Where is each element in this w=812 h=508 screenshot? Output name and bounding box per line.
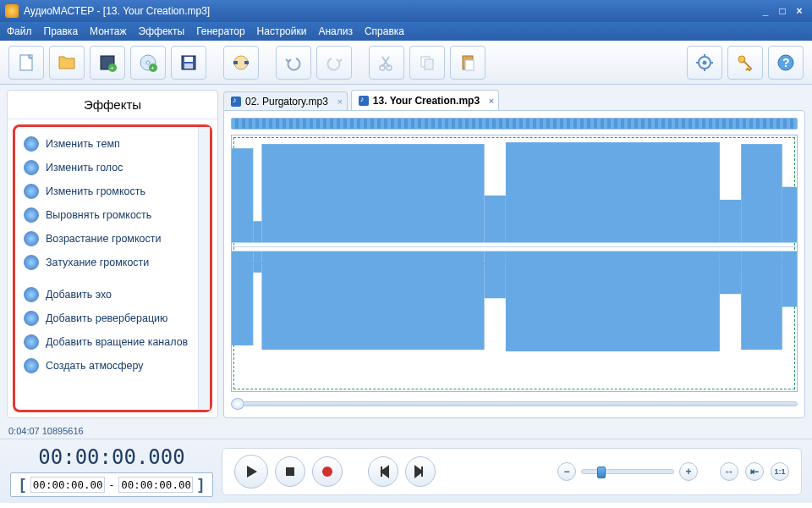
bracket-open: [ [20,476,25,494]
tab-label: 13. Your Creation.mp3 [373,95,480,107]
menu-file[interactable]: Файл [7,25,32,37]
svg-rect-33 [506,142,720,242]
import-cd-button[interactable]: + [130,46,166,80]
menu-edit[interactable]: Правка [44,25,79,37]
tab-close-icon[interactable]: × [489,96,494,106]
toolbar: + + ? [0,41,812,85]
horizontal-scrollbar[interactable] [231,397,798,411]
open-file-button[interactable] [49,46,85,80]
fx-label: Затухание громкости [46,257,149,268]
svg-point-5 [146,61,150,64]
window-title: АудиоМАСТЕР - [13. Your Creation.mp3] [24,5,756,17]
svg-rect-12 [233,61,238,64]
range-dash: - [110,478,113,491]
fx-fade-out[interactable]: Затухание громкости [17,251,196,274]
svg-rect-40 [485,251,506,299]
minimize-button[interactable]: _ [758,4,773,18]
overview-strip[interactable] [231,118,798,130]
fx-fade-in[interactable]: Возрастание громкости [17,227,196,251]
transport-controls: − + ↔ ⇤ 1:1 [222,448,802,495]
menu-analysis[interactable]: Анализ [318,25,353,37]
svg-rect-34 [720,200,741,243]
svg-text:+: + [110,64,114,72]
help-button[interactable]: ? [768,46,804,80]
join-files-button[interactable] [223,46,259,80]
svg-rect-35 [741,144,782,242]
paste-button[interactable] [450,46,486,80]
bottom-bar: 00:00:00.000 [ - ] − + ↔ ⇤ 1:1 [0,439,812,503]
effects-highlight-box: Изменить темп Изменить голос Изменить гр… [13,124,212,412]
fx-add-echo[interactable]: Добавить эхо [17,283,196,306]
menu-montage[interactable]: Монтаж [90,25,127,37]
import-video-button[interactable]: + [90,46,125,80]
svg-rect-37 [232,251,253,345]
speaker-icon [24,184,39,199]
fx-label: Изменить темп [46,138,120,150]
svg-rect-19 [465,60,474,70]
svg-rect-36 [782,187,797,243]
close-button[interactable]: × [792,4,807,18]
stop-button[interactable] [275,456,305,487]
prev-button[interactable] [368,456,398,487]
zoom-1to1-button[interactable]: 1:1 [771,462,789,481]
svg-rect-41 [506,251,720,351]
selection-end-input[interactable] [118,477,193,493]
zoom-in-button[interactable]: + [679,462,698,481]
wave-editor [223,110,805,418]
save-button[interactable] [171,46,206,80]
fadeout-icon [24,255,39,270]
svg-rect-39 [261,251,484,350]
next-button[interactable] [405,456,436,487]
scroll-track[interactable] [243,401,798,406]
redo-button[interactable] [316,46,352,80]
zoom-slider[interactable] [581,469,674,474]
editor-main: 02. Purgatory.mp3 × 13. Your Creation.mp… [223,90,805,418]
play-button[interactable] [234,455,268,489]
tab-close-icon[interactable]: × [337,97,342,107]
fx-normalize-volume[interactable]: Выровнять громкость [17,203,196,227]
reverb-icon [24,311,39,326]
waveform-display[interactable] [231,135,798,392]
fx-change-tempo[interactable]: Изменить темп [17,132,196,156]
fx-change-volume[interactable]: Изменить громкость [17,179,196,203]
zoom-knob[interactable] [597,467,606,478]
record-button[interactable] [312,456,343,487]
menu-effects[interactable]: Эффекты [139,25,185,37]
fx-atmosphere[interactable]: Создать атмосферу [17,354,196,378]
fx-channel-rotation[interactable]: Добавить вращение каналов [17,330,196,354]
svg-rect-44 [782,251,797,307]
zoom-out-button[interactable]: − [557,462,576,481]
new-file-button[interactable] [8,46,44,80]
tab-purgatory[interactable]: 02. Purgatory.mp3 × [223,91,348,110]
tab-your-creation[interactable]: 13. Your Creation.mp3 × [351,90,499,110]
keys-button[interactable] [727,46,763,80]
title-bar: АудиоМАСТЕР - [13. Your Creation.mp3] _ … [0,0,812,22]
svg-rect-30 [253,221,261,242]
audio-file-icon [359,96,369,106]
copy-button[interactable] [409,46,445,80]
fit-horizontal-button[interactable]: ↔ [720,462,738,481]
settings-button[interactable] [687,46,722,80]
menu-help[interactable]: Справка [365,25,404,37]
cut-button[interactable] [369,46,404,80]
menu-settings[interactable]: Настройки [257,25,307,37]
fit-selection-button[interactable]: ⇤ [745,462,764,481]
svg-rect-9 [184,57,193,62]
effects-scrollbar[interactable] [198,127,210,410]
person-icon [24,160,39,175]
menu-generator[interactable]: Генератор [196,25,244,37]
tab-bar: 02. Purgatory.mp3 × 13. Your Creation.mp… [223,90,805,110]
audio-file-icon [231,97,241,107]
fx-label: Возрастание громкости [46,233,161,245]
svg-rect-43 [741,251,782,350]
fx-label: Добавить вращение каналов [46,336,188,348]
selection-start-input[interactable] [30,477,105,493]
fx-add-reverb[interactable]: Добавить реверберацию [17,306,196,330]
fx-label: Изменить голос [46,162,123,174]
selection-range: [ - ] [10,472,213,497]
fx-label: Создать атмосферу [46,360,143,372]
fx-change-voice[interactable]: Изменить голос [17,156,196,179]
svg-rect-42 [720,251,741,295]
maximize-button[interactable]: □ [775,4,790,18]
undo-button[interactable] [276,46,311,80]
